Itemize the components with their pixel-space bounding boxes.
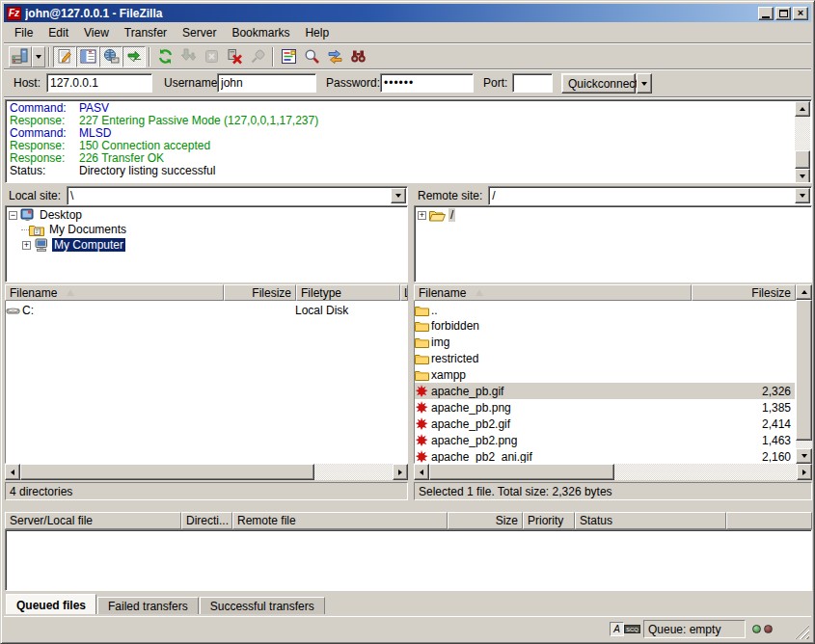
quickconnect-dropdown-button[interactable] [637,73,652,94]
expand-icon[interactable]: + [418,211,426,220]
username-input[interactable] [217,73,316,93]
tab-queued-files[interactable]: Queued files [6,594,96,614]
scroll-down-button[interactable] [796,448,812,464]
column-header-filetype[interactable]: Filetype [296,284,400,301]
password-input[interactable] [380,73,474,93]
remote-site-combo[interactable]: / [488,186,812,205]
transfer-queue-list[interactable] [5,529,812,591]
file-row[interactable]: forbidden [415,317,795,334]
toolbar-separator [272,47,274,67]
expand-icon[interactable]: + [22,241,31,250]
menu-transfer[interactable]: Transfer [117,24,175,41]
column-header-filesize[interactable]: Filesize [224,284,296,301]
scroll-down-button[interactable] [795,169,810,183]
column-header-clipped[interactable]: L [400,284,408,301]
collapse-icon[interactable]: − [9,211,17,220]
resize-grip[interactable] [795,625,809,639]
scroll-up-button[interactable] [796,284,812,300]
file-search-button[interactable] [300,46,323,67]
column-header-filesize[interactable]: Filesize [692,284,796,301]
column-header-remote-file[interactable]: Remote file [232,512,448,529]
tree-item-root[interactable]: + / [415,206,811,222]
file-row[interactable]: apache_pb2_ani.gif 2,160 [415,448,795,464]
site-manager-button[interactable] [9,46,32,67]
scrollbar-track[interactable] [795,117,810,169]
filezilla-app-icon: Fz [7,7,21,20]
column-header-status[interactable]: Status [575,512,726,529]
file-row[interactable]: apache_pb.png 1,385 [415,399,795,416]
cancel-button[interactable] [200,46,223,67]
file-row[interactable]: .. [415,301,795,317]
file-row-c-drive[interactable]: C: Local Disk [6,301,407,317]
title-bar[interactable]: Fz john@127.0.0.1 - FileZilla × [4,4,811,22]
minimize-button[interactable] [758,7,774,20]
find-files-button[interactable] [346,46,369,67]
maximize-button[interactable] [775,7,791,20]
scrollbar-track[interactable] [796,300,812,448]
toggle-transfer-queue-button[interactable] [122,46,146,67]
file-row-selected[interactable]: apache_pb.gif 2,326 [415,383,795,399]
file-row[interactable]: restricted [415,350,795,366]
column-header-filename[interactable]: Filename [5,284,224,301]
menu-bookmarks[interactable]: Bookmarks [224,24,297,41]
reconnect-button[interactable] [246,46,269,67]
menu-help[interactable]: Help [297,24,337,41]
file-row[interactable]: xampp [415,366,795,383]
column-header-filename[interactable]: Filename [414,284,692,301]
scrollbar-track[interactable] [314,464,393,480]
file-name: xampp [431,368,693,382]
file-row[interactable]: apache_pb2.gif 2,414 [415,416,795,432]
column-label: Server/Local file [10,514,93,527]
site-manager-dropdown-button[interactable] [32,46,45,67]
file-row[interactable]: apache_pb2.png 1,463 [415,432,795,448]
transfer-type-indicator[interactable]: A [610,622,624,636]
menu-edit[interactable]: Edit [41,24,76,41]
process-queue-button[interactable] [177,46,200,67]
directory-comparison-button[interactable] [323,46,346,67]
menu-view[interactable]: View [76,24,117,41]
scrollbar-thumb[interactable] [20,464,314,480]
toggle-local-tree-button[interactable] [76,46,99,67]
column-header-server-local-file[interactable]: Server/Local file [5,512,181,529]
scroll-up-button[interactable] [795,101,810,117]
tree-item-desktop[interactable]: − Desktop [6,206,407,222]
menu-file[interactable]: File [7,24,41,41]
scrollbar-thumb[interactable] [796,300,812,441]
column-header-priority[interactable]: Priority [523,512,575,529]
file-row[interactable]: img [415,334,795,350]
filter-button[interactable] [277,46,300,67]
tree-item-my-computer[interactable]: + My Computer [6,237,407,253]
status-badge[interactable]: SCQ [624,625,640,633]
scroll-left-button[interactable] [414,464,429,480]
remote-list-horizontal-scrollbar[interactable] [414,464,812,480]
column-label: Filesize [751,286,791,300]
remote-list-vertical-scrollbar[interactable] [796,284,812,464]
scrollbar-thumb[interactable] [429,464,614,480]
scrollbar-track[interactable] [614,464,797,480]
scroll-right-button[interactable] [393,464,408,480]
log-vertical-scrollbar[interactable] [795,101,810,181]
port-input[interactable] [512,73,553,93]
combo-dropdown-button[interactable] [391,188,406,203]
scroll-right-button[interactable] [797,464,812,480]
refresh-button[interactable] [153,46,177,67]
filezilla-window: Fz john@127.0.0.1 - FileZilla × File Edi… [0,0,815,644]
disconnect-button[interactable] [223,46,246,67]
toggle-message-log-button[interactable] [53,46,76,67]
local-site-combo[interactable]: \ [67,186,408,205]
quickconnect-button[interactable]: Quickconnect [561,73,636,94]
column-header-size[interactable]: Size [448,512,523,529]
tab-successful-transfers[interactable]: Successful transfers [200,597,325,614]
host-input[interactable] [46,73,152,93]
menu-server[interactable]: Server [175,24,224,41]
toggle-remote-tree-button[interactable] [99,46,122,67]
scroll-left-button[interactable] [5,464,20,480]
local-list-horizontal-scrollbar[interactable] [5,464,408,480]
close-button[interactable]: × [793,7,808,20]
column-header-direction[interactable]: Directi... [181,512,232,529]
combo-dropdown-button[interactable] [795,188,810,203]
scrollbar-thumb[interactable] [795,150,810,169]
tab-failed-transfers[interactable]: Failed transfers [97,597,199,614]
tree-item-my-documents[interactable]: My Documents [6,222,407,237]
dropdown-arrow-icon [800,194,805,198]
